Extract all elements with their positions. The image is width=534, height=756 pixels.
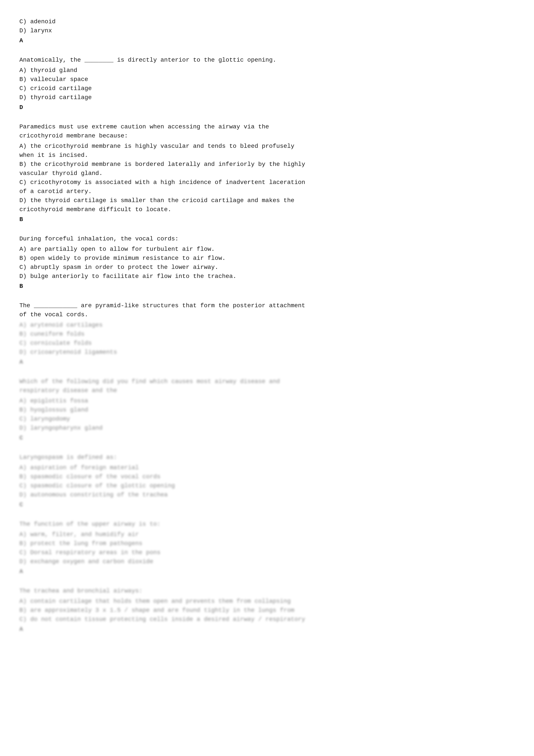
block-6-option-a: A) epiglottis fossa: [19, 396, 515, 405]
block-1-options: C) adenoid D) larynx: [19, 17, 515, 35]
block-4-options: A) are partially open to allow for turbu…: [19, 245, 515, 281]
block-5-question: The ____________ are pyramid-like struct…: [19, 301, 515, 319]
block-8-option-b: B) protect the lung from pathogens: [19, 539, 515, 548]
block-3-option-c: C) cricothyrotomy is associated with a h…: [19, 178, 515, 196]
block-8-option-d: D) exchange oxygen and carbon dioxide: [19, 557, 515, 566]
block-2-question: Anatomically, the ________ is directly a…: [19, 56, 515, 65]
block-3-options: A) the cricothyroid membrane is highly v…: [19, 142, 515, 214]
block-9: The trachea and bronchial airways: A) co…: [19, 586, 515, 634]
block-5-options: A) arytenoid cartilages B) cuneiform fol…: [19, 321, 515, 357]
block-4-option-b: B) open widely to provide minimum resist…: [19, 254, 515, 263]
block-2-option-a: A) thyroid gland: [19, 66, 515, 75]
block-7-answer: C: [19, 500, 515, 509]
block-6-answer: C: [19, 433, 515, 443]
block-8-answer: A: [19, 567, 515, 576]
block-7-option-b: B) spasmodic closure of the vocal cords: [19, 472, 515, 481]
block-7-option-d: D) autonomous constricting of the trache…: [19, 490, 515, 500]
block-6-option-d: D) laryngopharynx gland: [19, 423, 515, 433]
block-3-option-d: D) the thyroid cartilage is smaller than…: [19, 196, 515, 214]
option-c-adenoid: C) adenoid: [19, 17, 515, 26]
block-6-options: A) epiglottis fossa B) hyoglossus gland …: [19, 396, 515, 433]
block-9-option-b: B) are approximately 3 x 1.5 / shape and…: [19, 606, 515, 624]
block-6: Which of the following did you find whic…: [19, 377, 515, 443]
block-5: The ____________ are pyramid-like struct…: [19, 301, 515, 367]
block-5-option-a: A) arytenoid cartilages: [19, 321, 515, 330]
block-8-option-c: C) Dorsal respiratory areas in the pons: [19, 548, 515, 557]
block-5-option-b: B) cuneiform folds: [19, 330, 515, 339]
block-8-question: The function of the upper airway is to:: [19, 520, 515, 529]
block-3-answer: B: [19, 215, 515, 224]
block-3-question: Paramedics must use extreme caution when…: [19, 122, 515, 141]
block-9-options: A) contain cartilage that holds them ope…: [19, 597, 515, 624]
block-2: Anatomically, the ________ is directly a…: [19, 56, 515, 112]
block-4-option-a: A) are partially open to allow for turbu…: [19, 245, 515, 254]
block-5-option-d: D) cricoarytenoid ligaments: [19, 348, 515, 357]
block-3-option-b: B) the cricothyroid membrane is bordered…: [19, 160, 515, 178]
block-7-options: A) aspiration of foreign material B) spa…: [19, 463, 515, 500]
block-4-option-c: C) abruptly spasm in order to protect th…: [19, 263, 515, 272]
block-2-answer: D: [19, 103, 515, 112]
block-4: During forceful inhalation, the vocal co…: [19, 234, 515, 291]
block-3: Paramedics must use extreme caution when…: [19, 122, 515, 224]
block-8-options: A) warm, filter, and humidify air B) pro…: [19, 530, 515, 566]
block-2-option-d: D) thyroid cartilage: [19, 93, 515, 102]
block-5-answer: A: [19, 358, 515, 367]
block-8-option-a: A) warm, filter, and humidify air: [19, 530, 515, 539]
option-d-larynx: D) larynx: [19, 26, 515, 35]
page-content: C) adenoid D) larynx A Anatomically, the…: [19, 17, 515, 634]
block-4-answer: B: [19, 282, 515, 291]
block-1-answer: A: [19, 36, 515, 45]
block-7: Laryngospasm is defined as: A) aspiratio…: [19, 453, 515, 509]
block-6-question: Which of the following did you find whic…: [19, 377, 515, 395]
block-2-options: A) thyroid gland B) vallecular space C) …: [19, 66, 515, 102]
block-2-option-b: B) vallecular space: [19, 75, 515, 84]
block-9-question: The trachea and bronchial airways:: [19, 586, 515, 596]
block-7-option-c: C) spasmodic closure of the glottic open…: [19, 481, 515, 490]
block-7-option-a: A) aspiration of foreign material: [19, 463, 515, 472]
block-6-option-c: C) laryngodomy: [19, 415, 515, 423]
block-7-question: Laryngospasm is defined as:: [19, 453, 515, 462]
block-1: C) adenoid D) larynx A: [19, 17, 515, 45]
block-9-option-a: A) contain cartilage that holds them ope…: [19, 597, 515, 606]
block-3-option-a: A) the cricothyroid membrane is highly v…: [19, 142, 515, 160]
block-4-option-d: D) bulge anteriorly to facilitate air fl…: [19, 272, 515, 281]
block-5-option-c: C) corniculate folds: [19, 339, 515, 348]
block-8: The function of the upper airway is to: …: [19, 520, 515, 576]
block-2-option-c: C) cricoid cartilage: [19, 84, 515, 93]
block-9-answer: A: [19, 625, 515, 634]
block-4-question: During forceful inhalation, the vocal co…: [19, 234, 515, 243]
block-6-option-b: B) hyoglossus gland: [19, 405, 515, 415]
